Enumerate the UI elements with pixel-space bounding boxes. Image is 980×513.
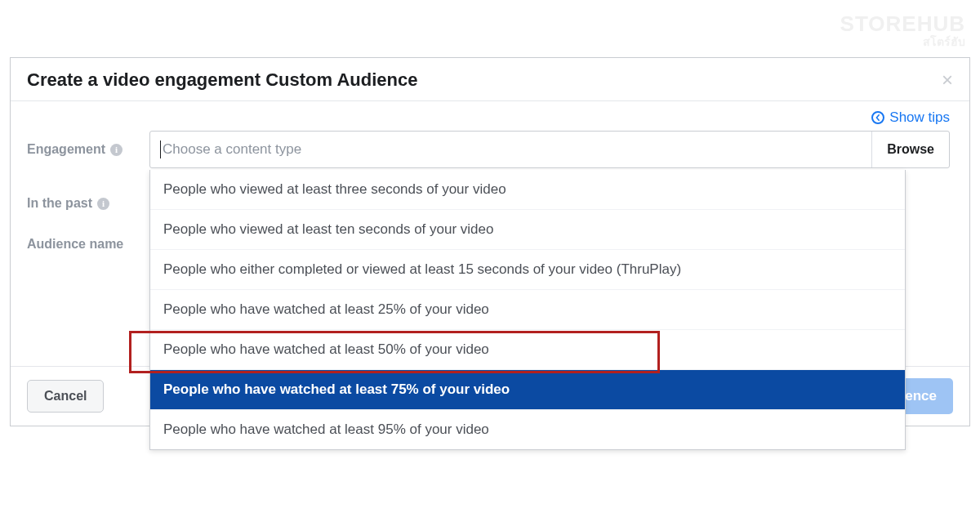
modal-body: Engagement Choose a content type Browse … — [11, 131, 969, 252]
engagement-content-type-combo[interactable]: Choose a content type Browse — [149, 131, 950, 168]
label-in-the-past: In the past — [27, 196, 109, 211]
dropdown-option[interactable]: People who have watched at least 95% of … — [150, 409, 905, 449]
dropdown-option[interactable]: People who viewed at least three seconds… — [150, 170, 905, 209]
dropdown-option[interactable]: People who have watched at least 25% of … — [150, 289, 905, 329]
close-button[interactable]: × — [942, 70, 953, 90]
row-engagement: Engagement Choose a content type Browse — [19, 131, 950, 168]
watermark: STOREHUB สโตร์ฮับ — [840, 13, 965, 47]
watermark-line-1: STOREHUB — [840, 11, 965, 36]
combo-placeholder: Choose a content type — [163, 141, 871, 158]
engagement-dropdown[interactable]: People who viewed at least three seconds… — [149, 170, 906, 450]
show-tips-link[interactable]: Show tips — [871, 109, 950, 126]
custom-audience-modal: Create a video engagement Custom Audienc… — [10, 57, 970, 426]
text-cursor — [160, 141, 161, 158]
cancel-button[interactable]: Cancel — [27, 380, 104, 413]
modal-header: Create a video engagement Custom Audienc… — [11, 58, 969, 101]
dropdown-option[interactable]: People who have watched at least 75% of … — [150, 369, 905, 409]
modal-title: Create a video engagement Custom Audienc… — [27, 69, 417, 91]
show-tips-label: Show tips — [889, 109, 950, 126]
chevron-left-circle-icon — [871, 111, 884, 124]
dropdown-option[interactable]: People who either completed or viewed at… — [150, 249, 905, 289]
label-engagement: Engagement — [27, 142, 122, 157]
label-audience-name: Audience name — [27, 237, 123, 252]
dropdown-option[interactable]: People who have watched at least 50% of … — [150, 329, 905, 369]
info-icon[interactable] — [110, 144, 122, 156]
dropdown-option[interactable]: People who viewed at least ten seconds o… — [150, 209, 905, 249]
browse-button[interactable]: Browse — [871, 132, 949, 167]
info-icon[interactable] — [97, 198, 109, 210]
tips-row: Show tips — [11, 101, 969, 129]
watermark-line-2: สโตร์ฮับ — [840, 36, 965, 47]
